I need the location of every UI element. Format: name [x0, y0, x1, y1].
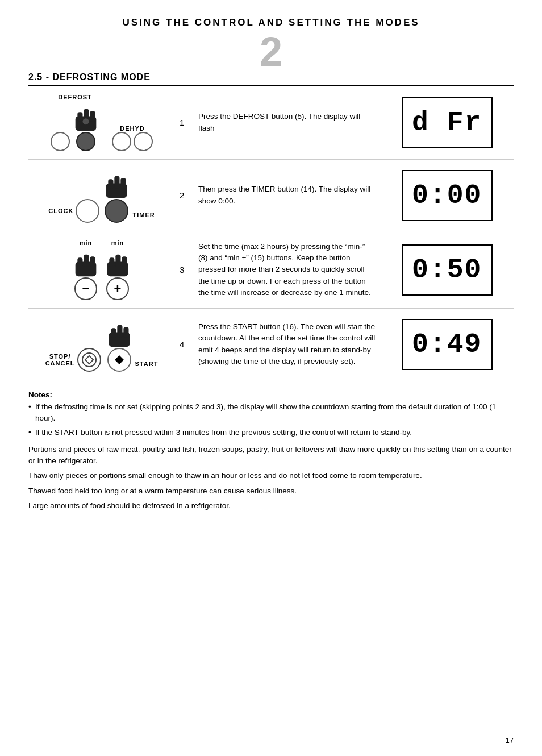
- start-hand-icon: [106, 317, 133, 348]
- defrost-circle-1: [51, 132, 70, 151]
- defrost-buttons: DEFROST: [33, 94, 170, 151]
- steps-table: DEFROST: [28, 86, 514, 380]
- stop-cancel-label: STOP/ CANCEL: [45, 353, 75, 367]
- clock-btn-group: CLOCK: [48, 199, 99, 223]
- svg-rect-11: [84, 255, 89, 267]
- dehyd-btn-group: DEHYD: [112, 125, 153, 151]
- svg-rect-15: [115, 255, 120, 267]
- lcd-display-4: 0:49: [402, 319, 493, 370]
- step-1-number: 1: [175, 86, 194, 160]
- step-3-number: 3: [175, 231, 194, 309]
- step-2-icon-cell: CLOCK: [28, 160, 175, 231]
- lcd-value-3: 0:50: [412, 255, 482, 285]
- svg-rect-12: [90, 256, 95, 267]
- svg-marker-18: [85, 356, 93, 364]
- chapter-header: USING THE CONTROL AND SETTING THE MODES …: [28, 17, 514, 72]
- step-3-icon-cell: min −: [28, 231, 175, 309]
- body-paragraph-3: Thawed food held too long or at a warm t…: [28, 485, 514, 497]
- notes-title: Notes:: [28, 391, 514, 399]
- step-4-row: STOP/ CANCEL: [28, 309, 514, 380]
- chapter-number: 2: [28, 31, 514, 72]
- note-item-1: If the defrosting time is not set (skipp…: [28, 401, 514, 425]
- svg-rect-8: [121, 178, 126, 188]
- svg-rect-16: [122, 256, 127, 267]
- step-4-display: 0:49: [380, 309, 514, 380]
- svg-rect-6: [109, 179, 114, 189]
- step-4-text: Press the START button (16). The oven wi…: [194, 309, 380, 380]
- svg-rect-21: [117, 325, 122, 338]
- start-circle: [107, 348, 131, 372]
- min-buttons: min −: [33, 239, 170, 300]
- lcd-value-2: 0:00: [412, 180, 482, 211]
- page: USING THE CONTROL AND SETTING THE MODES …: [0, 0, 542, 756]
- step-2-number: 2: [175, 160, 194, 231]
- svg-rect-14: [109, 257, 114, 267]
- notes-list: If the defrosting time is not set (skipp…: [28, 401, 514, 438]
- step-2-display: 0:00: [380, 160, 514, 231]
- min-plus-group: min +: [104, 239, 131, 300]
- clock-circle: [76, 199, 99, 223]
- stop-start-buttons: STOP/ CANCEL: [33, 317, 170, 372]
- body-paragraph-4: Large amounts of food should be defroste…: [28, 500, 514, 512]
- step-3-text: Set the time (max 2 hours) by pressing t…: [194, 231, 380, 309]
- lcd-value-4: 0:49: [412, 329, 482, 360]
- svg-rect-22: [123, 327, 128, 337]
- chapter-title: USING THE CONTROL AND SETTING THE MODES: [28, 17, 514, 28]
- plus-button: +: [106, 277, 129, 300]
- step-1-icon-cell: DEFROST: [28, 86, 175, 160]
- clock-label: CLOCK: [48, 207, 73, 214]
- svg-rect-3: [90, 111, 95, 121]
- clock-timer-buttons: CLOCK: [33, 168, 170, 223]
- notes-section: Notes: If the defrosting time is not set…: [28, 391, 514, 512]
- step-1-row: DEFROST: [28, 86, 514, 160]
- min-plus-hand-icon: [104, 246, 131, 277]
- timer-circle-pressed: [105, 199, 128, 223]
- lcd-display-1: d Fr: [402, 97, 493, 148]
- body-paragraph-2: Thaw only pieces or portions small enoug…: [28, 470, 514, 481]
- step-1-text: Press the DEFROST button (5). The displa…: [194, 86, 380, 160]
- timer-hand-icon: [103, 168, 130, 199]
- defrost-circle-pressed: [76, 132, 95, 151]
- lcd-display-2: 0:00: [402, 170, 493, 221]
- timer-btn-group: TIMER: [103, 168, 155, 223]
- step-4-icon-cell: STOP/ CANCEL: [28, 309, 175, 380]
- svg-rect-1: [77, 112, 82, 122]
- dehyd-label: DEHYD: [120, 125, 145, 132]
- stop-icon: [81, 351, 98, 368]
- svg-rect-10: [77, 257, 82, 267]
- step-2-row: CLOCK: [28, 160, 514, 231]
- defrost-label: DEFROST: [58, 94, 92, 101]
- dehyd-circle-1: [112, 132, 131, 151]
- min-plus-label: min: [111, 239, 124, 246]
- svg-marker-23: [115, 355, 124, 364]
- note-item-2: If the START button is not pressed withi…: [28, 427, 514, 438]
- lcd-value-1: d Fr: [412, 107, 482, 138]
- svg-point-4: [83, 118, 89, 124]
- step-3-row: min −: [28, 231, 514, 309]
- stop-cancel-button: [77, 348, 101, 372]
- step-4-number: 4: [175, 309, 194, 380]
- start-diamond-icon: [114, 354, 125, 365]
- step-3-display: 0:50: [380, 231, 514, 309]
- dehyd-circle-2: [134, 132, 153, 151]
- step-2-text: Then press the TIMER button (14). The di…: [194, 160, 380, 231]
- timer-label: TIMER: [132, 211, 155, 218]
- start-label: START: [135, 360, 159, 367]
- stop-cancel-group: STOP/ CANCEL: [45, 348, 101, 372]
- min-minus-hand-icon: [72, 246, 99, 277]
- start-group: START: [106, 317, 159, 372]
- step-1-display: d Fr: [380, 86, 514, 160]
- lcd-display-3: 0:50: [402, 244, 493, 296]
- min-minus-label: min: [80, 239, 93, 246]
- svg-rect-20: [111, 328, 116, 338]
- min-minus-group: min −: [72, 239, 99, 300]
- defrost-btn-group: DEFROST: [51, 94, 99, 151]
- svg-rect-7: [115, 176, 120, 189]
- body-paragraph-1: Portions and pieces of raw meat, poultry…: [28, 444, 514, 467]
- page-number: 17: [506, 736, 514, 745]
- minus-button: −: [74, 277, 97, 300]
- defrost-hand-icon: [72, 101, 99, 132]
